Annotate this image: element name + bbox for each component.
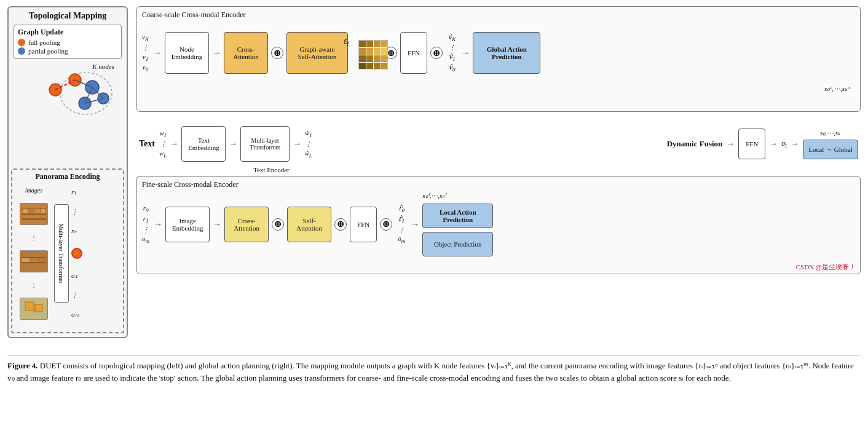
legend-full-item: full pooling (18, 39, 117, 46)
rh0-label: r̂0 (398, 204, 404, 213)
graph-svg (18, 63, 117, 117)
svg-rect-29 (366, 41, 373, 47)
svg-rect-33 (366, 48, 373, 55)
v0-label: v0 (143, 63, 148, 73)
fine-title: Fine-scale Cross-modal Encoder (142, 180, 855, 189)
ffn-fine-label: FFN (357, 221, 369, 228)
fine-dots: ⋮ (143, 226, 149, 234)
coarse-input-vecs: vK ⋮ v1 v0 (142, 33, 149, 73)
multilayer-trans-label: Multi-layer Transformer (250, 137, 281, 151)
multilayer-transformer-box: Multi-layer Transformer (54, 204, 69, 303)
wdots-out: ⋮ (305, 140, 312, 148)
svg-rect-37 (366, 55, 373, 62)
legend-partial-item: partial pooling (18, 47, 117, 55)
sigma-label: σt (781, 139, 787, 149)
arrow-text-2: → (229, 139, 237, 149)
global-action-pred-block: Global Action Prediction (473, 32, 540, 74)
whL-label: ŵL (304, 149, 312, 159)
fine-out-dots: ⋮ (398, 226, 405, 234)
svg-rect-36 (359, 55, 366, 62)
svg-rect-43 (381, 63, 387, 69)
obj-pred-block: Object Prediction (422, 232, 493, 256)
vdots-coarse: ⋮ (142, 44, 149, 52)
svg-rect-32 (359, 48, 366, 55)
o1-label: o₁ (71, 272, 77, 280)
partial-pooling-icon (18, 47, 25, 55)
text-encoder-sublabel: Text Encoder (253, 166, 290, 173)
self-attn-block: Self- Attention (287, 207, 331, 242)
arrow-text-1: → (170, 139, 178, 149)
svg-rect-26 (35, 304, 42, 312)
caption-figure-num: Figure 4. (7, 361, 38, 370)
s0c-sKc-label: s₀ᶜ,⋯,sₖᶜ (824, 85, 850, 93)
main-container: Topological Mapping Graph Update full po… (0, 0, 868, 390)
svg-rect-42 (374, 63, 381, 69)
text-embed-block: Text Embedding (181, 126, 226, 162)
arrow-dynfusion-3: → (791, 139, 799, 149)
local-global-label: Local → Global (808, 146, 852, 153)
node-embedding-block: Node Embedding (165, 32, 209, 74)
fine-output-vecs: r̂0 r̂1 ⋮ ôm (398, 204, 405, 244)
cross-attn-coarse-block: Cross- Attention (224, 32, 268, 74)
node-embed-label: Node Embedding (172, 46, 203, 60)
svg-rect-23 (31, 258, 37, 262)
mini-img-1 (20, 203, 48, 225)
topo-box: Topological Mapping Graph Update full po… (7, 6, 128, 338)
svg-rect-35 (381, 48, 387, 55)
image-column: images ⋮ ⋮ (15, 183, 53, 324)
cross-attn-coarse-label: Cross- Attention (233, 46, 259, 60)
text-output-vecs: ŵ1 ⋮ ŵL (304, 129, 312, 158)
coarse-box: Coarse-scale Cross-modal Encoder vK ⋮ v1… (136, 6, 861, 112)
fine-box: Fine-scale Cross-modal Encoder r0 r1 ⋮ o… (136, 176, 861, 274)
partial-pooling-label: partial pooling (28, 47, 68, 55)
svg-rect-17 (35, 209, 40, 213)
vdots-coarse-out: ⋮ (449, 44, 456, 52)
arrow-fine-out: → (411, 220, 419, 229)
dots-label-1: ⋮ (31, 234, 37, 241)
csdn-watermark: CSDN @是尘埃呀！ (796, 263, 856, 272)
svg-rect-13 (22, 213, 46, 215)
transformer-wrap: Multi-layer Transformer (54, 183, 69, 324)
epsilon-matrix: εt (351, 38, 382, 68)
svg-rect-22 (22, 258, 30, 262)
encoders-area: Coarse-scale Cross-modal Encoder vK ⋮ v1… (128, 6, 861, 274)
text-embed-label: Text Embedding (188, 137, 219, 151)
caption-text: DUET consists of topological mapping (le… (7, 361, 854, 382)
output-middle: s₀,⋯,sₖ Local → Global (803, 129, 858, 159)
plus-coarse-3: ⊕ (430, 47, 443, 59)
r0-label: r0 (143, 204, 149, 213)
mini-img-2 (20, 250, 48, 272)
img-embed-block: Image Embedding (165, 207, 210, 242)
full-pooling-label: full pooling (28, 39, 60, 46)
svg-rect-20 (22, 257, 46, 258)
arrow-coarse-1: → (153, 48, 162, 58)
legend-title: Graph Update (18, 28, 117, 37)
cross-attn-fine-label: Cross- Attention (234, 217, 259, 232)
s0f-snf-label: s₀ᶠ,⋯,sₙᶠ (422, 192, 446, 200)
k-nodes-label: K nodes (92, 63, 114, 70)
ffn-fine-block: FFN (350, 207, 377, 242)
img-embed-label: Image Embedding (172, 217, 203, 232)
arrow-coarse-2: → (212, 48, 221, 58)
rn-label: rₙ (71, 227, 76, 235)
ffn-dynamic-block: FFN (738, 129, 765, 159)
dynamic-fusion-label: Dynamic Fusion (667, 139, 723, 149)
diagram-area: Topological Mapping Graph Update full po… (7, 6, 861, 351)
r1-label: r₁ (71, 188, 76, 196)
local-global-block: Local → Global (803, 140, 858, 159)
svg-rect-15 (23, 209, 28, 213)
dots-o: ⋮ (71, 291, 78, 299)
panorama-box: Panorama Encoding images ⋮ ⋮ (11, 168, 124, 333)
arrow-text-3: → (293, 139, 301, 149)
arrow-dynfusion-1: → (726, 139, 735, 149)
text-input-vecs: w1 ⋮ wL (159, 129, 167, 158)
epsilon-label: εt (344, 36, 349, 48)
coarse-output-vecs: v̂K ⋮ v̂1 v̂0 (448, 33, 456, 73)
svg-rect-38 (374, 55, 381, 62)
self-attn-label: Self- Attention (296, 217, 322, 232)
arrow-fine-2: → (213, 220, 221, 229)
mini-img-3 (20, 298, 48, 320)
global-pred-label: Global Action Prediction (487, 46, 527, 60)
svg-rect-30 (374, 41, 381, 47)
ohm-label: ôm (398, 235, 405, 244)
